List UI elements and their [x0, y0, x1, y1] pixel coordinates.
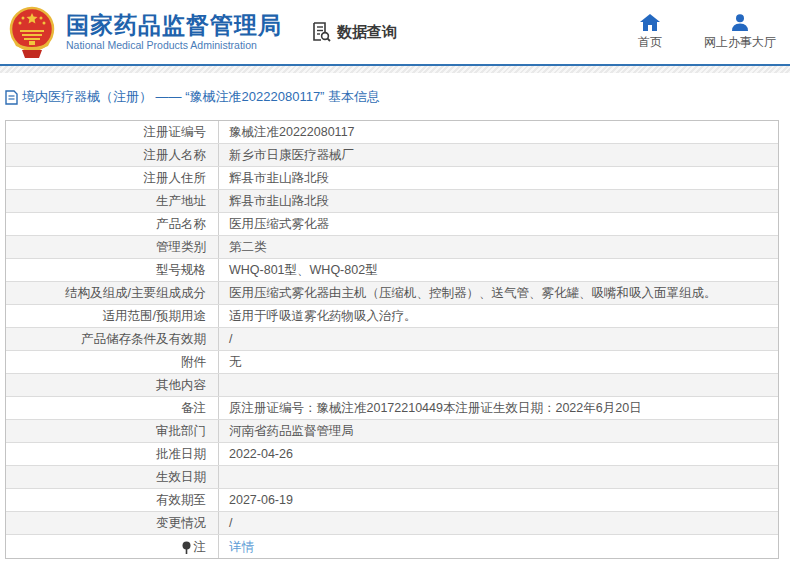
row-label-text: 其他内容 — [156, 378, 206, 393]
row-label-text: 变更情况 — [156, 516, 206, 531]
row-label: 注册人名称 — [6, 144, 219, 166]
row-label: 生产地址 — [6, 190, 219, 212]
row-label-text: 产品储存条件及有效期 — [81, 332, 206, 347]
row-label-text: 注册证编号 — [144, 125, 207, 140]
agency-names: 国家药品监督管理局 National Medical Products Admi… — [66, 12, 282, 52]
row-label-text: 生产地址 — [156, 194, 206, 209]
table-row: 有效期至2027-06-19 — [6, 489, 778, 512]
row-value: WHQ-801型、WHQ-802型 — [219, 259, 778, 281]
row-value: 辉县市韭山路北段 — [219, 190, 778, 212]
table-row: 其他内容 — [6, 374, 778, 397]
row-value: / — [219, 512, 778, 534]
table-row: 结构及组成/主要组成成分医用压缩式雾化器由主机（压缩机、控制器）、送气管、雾化罐… — [6, 282, 778, 305]
row-label-text: 适用范围/预期用途 — [103, 309, 206, 324]
agency-name-cn: 国家药品监督管理局 — [66, 12, 282, 38]
table-row: 适用范围/预期用途适用于呼吸道雾化药物吸入治疗。 — [6, 305, 778, 328]
nav-home-label: 首页 — [638, 34, 662, 51]
table-row: 注册人名称新乡市日康医疗器械厂 — [6, 144, 778, 167]
table-row: 管理类别第二类 — [6, 236, 778, 259]
row-label-text: 附件 — [181, 355, 206, 370]
row-label: 结构及组成/主要组成成分 — [6, 282, 219, 304]
row-label: 变更情况 — [6, 512, 219, 534]
row-label: 其他内容 — [6, 374, 219, 396]
row-value: 河南省药品监督管理局 — [219, 420, 778, 442]
document-icon — [5, 90, 18, 105]
row-label-text: 结构及组成/主要组成成分 — [65, 286, 206, 301]
page-title: 境内医疗器械（注册） —— “豫械注准20222080117” 基本信息 — [22, 88, 380, 106]
row-label-text: 注册人住所 — [144, 171, 207, 186]
table-row: 产品储存条件及有效期/ — [6, 328, 778, 351]
table-row: 注册人住所辉县市韭山路北段 — [6, 167, 778, 190]
row-label: 审批部门 — [6, 420, 219, 442]
nav-online-hall[interactable]: 网上办事大厅 — [704, 14, 776, 51]
row-value: 第二类 — [219, 236, 778, 258]
row-label-text: 审批部门 — [156, 424, 206, 439]
document-search-icon — [310, 21, 332, 43]
row-label-text: 注 — [194, 540, 207, 555]
row-label-text: 备注 — [181, 401, 206, 416]
table-row: 变更情况/ — [6, 512, 778, 535]
info-table: 注册证编号豫械注准20222080117注册人名称新乡市日康医疗器械厂注册人住所… — [5, 120, 779, 559]
row-value: 辉县市韭山路北段 — [219, 167, 778, 189]
table-row: 型号规格WHQ-801型、WHQ-802型 — [6, 259, 778, 282]
row-label-text: 管理类别 — [156, 240, 206, 255]
row-value: 适用于呼吸道雾化药物吸入治疗。 — [219, 305, 778, 327]
row-label-text: 批准日期 — [156, 447, 206, 462]
data-query-label: 数据查询 — [337, 23, 397, 42]
row-label: 注册证编号 — [6, 121, 219, 143]
hatch-strip — [0, 66, 790, 73]
row-label-text: 产品名称 — [156, 217, 206, 232]
row-label: 附件 — [6, 351, 219, 373]
row-label: 生效日期 — [6, 466, 219, 488]
row-value: 医用压缩式雾化器由主机（压缩机、控制器）、送气管、雾化罐、吸嘴和吸入面罩组成。 — [219, 282, 778, 304]
table-row: 生产地址辉县市韭山路北段 — [6, 190, 778, 213]
home-icon — [640, 14, 660, 31]
table-row: 审批部门河南省药品监督管理局 — [6, 420, 778, 443]
nav-home[interactable]: 首页 — [638, 14, 662, 51]
table-row: 注详情 — [6, 535, 778, 558]
person-icon — [731, 14, 749, 31]
details-link[interactable]: 详情 — [229, 540, 254, 555]
row-label: 批准日期 — [6, 443, 219, 465]
row-value: 2022-04-26 — [219, 443, 778, 465]
nav-online-hall-label: 网上办事大厅 — [704, 34, 776, 51]
row-value: 医用压缩式雾化器 — [219, 213, 778, 235]
row-label: 适用范围/预期用途 — [6, 305, 219, 327]
table-row: 注册证编号豫械注准20222080117 — [6, 121, 778, 144]
row-label: 管理类别 — [6, 236, 219, 258]
row-value: 详情 — [219, 535, 778, 558]
national-emblem-icon — [8, 6, 56, 58]
row-value: 原注册证编号：豫械注准20172210449本注册证生效日期：2022年6月20… — [219, 397, 778, 419]
site-header: 国家药品监督管理局 National Medical Products Admi… — [0, 0, 790, 64]
agency-logo-link[interactable]: 国家药品监督管理局 National Medical Products Admi… — [8, 6, 282, 58]
page: 国家药品监督管理局 National Medical Products Admi… — [0, 0, 790, 561]
row-label: 备注 — [6, 397, 219, 419]
row-label-text: 有效期至 — [156, 493, 206, 508]
table-row: 备注原注册证编号：豫械注准20172210449本注册证生效日期：2022年6月… — [6, 397, 778, 420]
row-value: 无 — [219, 351, 778, 373]
row-value: 新乡市日康医疗器械厂 — [219, 144, 778, 166]
row-label: 产品储存条件及有效期 — [6, 328, 219, 350]
row-label-text: 注册人名称 — [144, 148, 207, 163]
row-label: 注 — [6, 535, 219, 558]
row-value — [219, 466, 778, 488]
table-row: 附件无 — [6, 351, 778, 374]
row-value: 2027-06-19 — [219, 489, 778, 511]
row-value: / — [219, 328, 778, 350]
agency-name-en: National Medical Products Administration — [66, 38, 282, 52]
row-value: 豫械注准20222080117 — [219, 121, 778, 143]
row-label: 产品名称 — [6, 213, 219, 235]
row-value — [219, 374, 778, 396]
data-query-nav[interactable]: 数据查询 — [310, 21, 397, 43]
row-label: 注册人住所 — [6, 167, 219, 189]
row-label-text: 型号规格 — [156, 263, 206, 278]
table-row: 产品名称医用压缩式雾化器 — [6, 213, 778, 236]
row-label-text: 生效日期 — [156, 470, 206, 485]
breadcrumb: 境内医疗器械（注册） —— “豫械注准20222080117” 基本信息 — [0, 73, 790, 116]
row-label: 有效期至 — [6, 489, 219, 511]
table-row: 批准日期2022-04-26 — [6, 443, 778, 466]
note-icon — [182, 541, 191, 554]
table-row: 生效日期 — [6, 466, 778, 489]
row-label: 型号规格 — [6, 259, 219, 281]
